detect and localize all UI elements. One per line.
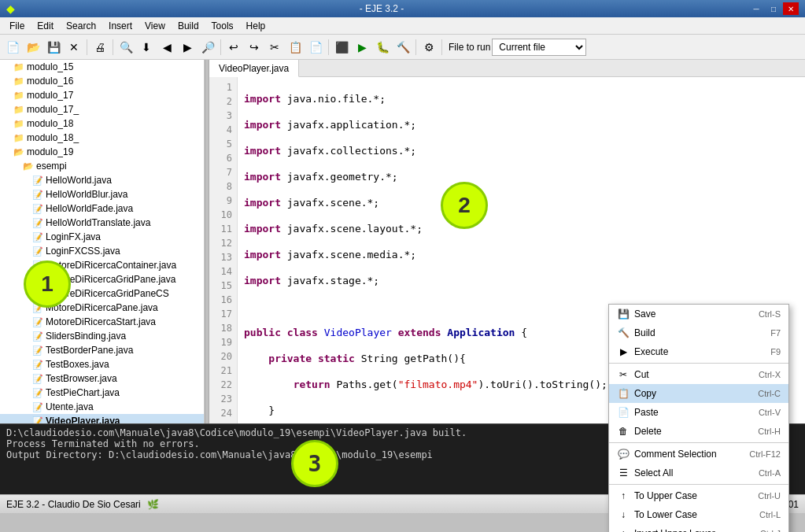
sidebar-item-modulo18[interactable]: 📁modulo_18 bbox=[0, 116, 204, 131]
close-button-tb[interactable]: ✕ bbox=[65, 38, 83, 57]
sep3 bbox=[220, 39, 221, 55]
sidebar-item-testboxes[interactable]: 📝TestBoxes.java bbox=[0, 357, 204, 371]
folder-icon: 📁 bbox=[13, 61, 25, 73]
forward-button[interactable]: ▶ bbox=[178, 38, 197, 57]
leaf-icon: 🌿 bbox=[147, 499, 159, 510]
java-file-icon: 📝 bbox=[31, 174, 44, 187]
print-button[interactable]: 🖨 bbox=[90, 38, 109, 57]
ctx-sep1 bbox=[609, 363, 788, 364]
line-numbers: 1 2 3 4 5 6 7 8 9 10 11 12 13 14 15 16 1 bbox=[209, 77, 238, 423]
build-button[interactable]: 🔨 bbox=[393, 38, 412, 57]
java-file-icon: 📝 bbox=[31, 216, 44, 229]
ctx-invert[interactable]: ↕Invert Upper-Lower Ctrl-J bbox=[609, 524, 788, 532]
sidebar-item-modulo17[interactable]: 📁modulo_17 bbox=[0, 88, 204, 102]
editor-tab-videoplayer[interactable]: VideoPlayer.java bbox=[209, 60, 299, 77]
redo-button[interactable]: ↪ bbox=[245, 38, 264, 57]
ctx-paste[interactable]: 📄Paste Ctrl-V bbox=[609, 403, 788, 422]
callout-1: 1 bbox=[24, 260, 71, 308]
sidebar-item-modulo15[interactable]: 📁modulo_15 bbox=[0, 60, 204, 74]
java-file-icon: 📝 bbox=[31, 415, 44, 423]
copy-button[interactable]: 📋 bbox=[286, 38, 305, 57]
settings-button[interactable]: ⚙ bbox=[419, 38, 438, 57]
main: 📁modulo_15 📁modulo_16 📁modulo_17 📁modulo… bbox=[0, 60, 805, 423]
selectall-icon: ☰ bbox=[617, 467, 630, 479]
back-button[interactable]: ◀ bbox=[157, 38, 176, 57]
sidebar-item-helloworld[interactable]: 📝HelloWorld.java bbox=[0, 173, 204, 187]
stop-button[interactable]: ⬛ bbox=[332, 38, 351, 57]
menu-insert[interactable]: Insert bbox=[102, 19, 138, 33]
sidebar-item-videoplayer[interactable]: 📝VideoPlayer.java bbox=[0, 414, 204, 423]
cut-icon: ✂ bbox=[617, 368, 630, 381]
cut-button[interactable]: ✂ bbox=[265, 38, 284, 57]
sidebar-item-loginfxcss[interactable]: 📝LoginFXCSS.java bbox=[0, 244, 204, 258]
sidebar-item-modulo18_[interactable]: 📁modulo_18_ bbox=[0, 131, 204, 145]
copy-icon: 📋 bbox=[617, 387, 630, 400]
ctx-save[interactable]: 💾Save Ctrl-S bbox=[609, 305, 788, 323]
java-file-icon: 📝 bbox=[31, 316, 44, 328]
sidebar-item-helloworldfade[interactable]: 📝HelloWorldFade.java bbox=[0, 201, 204, 216]
new-button[interactable]: 📄 bbox=[3, 38, 22, 57]
folder-icon: 📁 bbox=[13, 131, 25, 144]
java-file-icon: 📝 bbox=[31, 372, 44, 385]
execute-icon: ▶ bbox=[617, 345, 630, 358]
maximize-button[interactable]: □ bbox=[766, 2, 781, 15]
sidebar-item-helloworldblur[interactable]: 📝HelloWorldBlur.java bbox=[0, 187, 204, 201]
menu-tools[interactable]: Tools bbox=[205, 19, 240, 33]
ctx-cut[interactable]: ✂Cut Ctrl-X bbox=[609, 365, 788, 384]
context-menu: 💾Save Ctrl-S 🔨Build F7 ▶Execute F9 ✂Cut … bbox=[608, 304, 789, 532]
sidebar-item-testbrowser[interactable]: 📝TestBrowser.java bbox=[0, 371, 204, 386]
find-button[interactable]: 🔍 bbox=[116, 38, 135, 57]
ctx-copy[interactable]: 📋Copy Ctrl-C bbox=[609, 384, 788, 403]
sidebar-item-modulo17_[interactable]: 📁modulo_17_ bbox=[0, 102, 204, 116]
save-button[interactable]: 💾 bbox=[44, 38, 63, 57]
ctx-comment[interactable]: 💬Comment Selection Ctrl-F12 bbox=[609, 445, 788, 464]
sidebar-item-modulo19[interactable]: 📂modulo_19 bbox=[0, 145, 204, 159]
sidebar-item-motorestart[interactable]: 📝MotoreDiRicercaStart.java bbox=[0, 315, 204, 329]
file-to-run-select[interactable]: Current file bbox=[492, 39, 586, 56]
sidebar-item-esempi[interactable]: 📂esempi bbox=[0, 159, 204, 173]
run-button[interactable]: ▶ bbox=[353, 38, 371, 57]
open-button[interactable]: 📂 bbox=[24, 38, 42, 57]
menu-help[interactable]: Help bbox=[240, 19, 272, 33]
ctx-sep2 bbox=[609, 442, 788, 443]
sidebar-item-motorepane[interactable]: 📝MotoreDiRicercaPane.java bbox=[0, 301, 204, 315]
sidebar-item-helloworldtranslate[interactable]: 📝HelloWorldTranslate.java bbox=[0, 216, 204, 230]
menu-build[interactable]: Build bbox=[172, 19, 205, 33]
sep6 bbox=[441, 39, 442, 55]
java-file-icon: 📝 bbox=[31, 386, 44, 399]
debug-button[interactable]: 🐛 bbox=[373, 38, 392, 57]
ctx-lowercase[interactable]: ↓To Lower Case Ctrl-L bbox=[609, 505, 788, 524]
sep2 bbox=[113, 39, 113, 55]
ctx-selectall[interactable]: ☰Select All Ctrl-A bbox=[609, 464, 788, 482]
minimize-button[interactable]: ─ bbox=[748, 2, 764, 15]
sidebar-item-modulo16[interactable]: 📁modulo_16 bbox=[0, 74, 204, 88]
menu-file[interactable]: File bbox=[3, 19, 31, 33]
sidebar-item-loginfx[interactable]: 📝LoginFX.java bbox=[0, 230, 204, 244]
sidebar[interactable]: 📁modulo_15 📁modulo_16 📁modulo_17 📁modulo… bbox=[0, 60, 205, 423]
ctx-sep3 bbox=[609, 484, 788, 485]
toolbar: 📄 📂 💾 ✕ 🖨 🔍 ⬇ ◀ ▶ 🔎 ↩ ↪ ✂ 📋 📄 ⬛ ▶ 🐛 🔨 ⚙ … bbox=[0, 35, 805, 60]
titlebar-title: - EJE 3.2 - bbox=[15, 3, 748, 14]
app-icon: ◆ bbox=[6, 2, 15, 15]
folder-open-icon: 📂 bbox=[13, 146, 25, 158]
editor-tabs: VideoPlayer.java bbox=[209, 60, 805, 77]
sidebar-item-utente[interactable]: 📝Utente.java bbox=[0, 400, 204, 414]
paste-button[interactable]: 📄 bbox=[306, 38, 325, 57]
sidebar-tree: 📁modulo_15 📁modulo_16 📁modulo_17 📁modulo… bbox=[0, 60, 204, 423]
find-next-button[interactable]: ⬇ bbox=[137, 38, 156, 57]
ctx-build[interactable]: 🔨Build F7 bbox=[609, 323, 788, 342]
sidebar-item-testpiechart[interactable]: 📝TestPieChart.java bbox=[0, 386, 204, 400]
menu-view[interactable]: View bbox=[138, 19, 172, 33]
close-button[interactable]: ✕ bbox=[783, 2, 799, 15]
undo-button[interactable]: ↩ bbox=[224, 38, 243, 57]
lowercase-icon: ↓ bbox=[617, 508, 630, 521]
ctx-uppercase[interactable]: ↑To Upper Case Ctrl-U bbox=[609, 486, 788, 505]
menu-edit[interactable]: Edit bbox=[31, 19, 60, 33]
ctx-delete[interactable]: 🗑Delete Ctrl-H bbox=[609, 422, 788, 441]
sidebar-item-testborderpane[interactable]: 📝TestBorderPane.java bbox=[0, 343, 204, 357]
ctx-execute[interactable]: ▶Execute F9 bbox=[609, 342, 788, 361]
search-tb-button[interactable]: 🔎 bbox=[198, 38, 217, 57]
menu-search[interactable]: Search bbox=[60, 19, 102, 33]
paste-icon: 📄 bbox=[617, 406, 630, 419]
sidebar-item-slidersbinding[interactable]: 📝SlidersBinding.java bbox=[0, 329, 204, 343]
